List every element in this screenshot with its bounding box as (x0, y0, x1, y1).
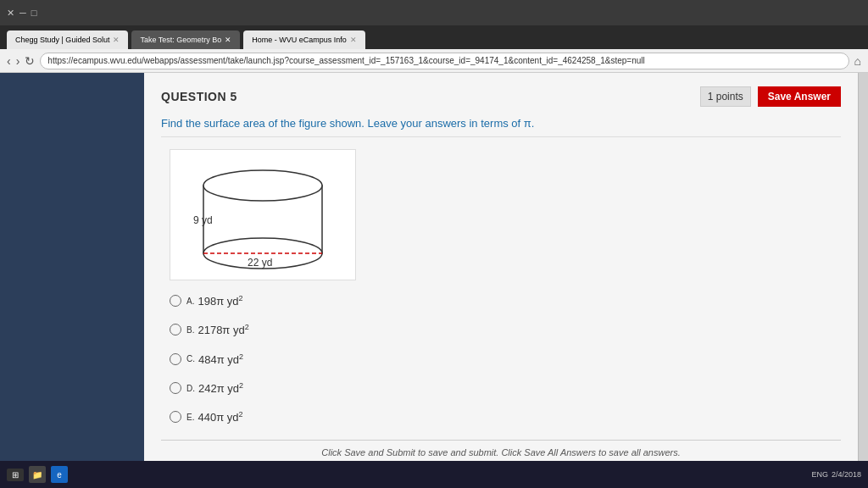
question-header: QUESTION 5 1 points Save Answer (161, 86, 841, 107)
taskbar-left: ⊞ 📁 e (7, 466, 68, 483)
tab-chegg[interactable]: Chegg Study | Guided Solut ✕ (7, 30, 128, 49)
tab-geometry[interactable]: Take Test: Geometry Bo ✕ (131, 30, 240, 49)
minimize-btn[interactable]: ─ (19, 8, 26, 18)
taskbar-time: 2/4/2018 (832, 470, 861, 479)
taskbar: ⊞ 📁 e ENG 2/4/2018 (0, 461, 868, 488)
choice-a-text: 198π yd2 (198, 294, 242, 308)
choice-d: D. 242π yd2 (170, 381, 841, 395)
answer-choices: A. 198π yd2 B. 2178π yd2 C. 484π yd2 D. … (170, 294, 841, 424)
choice-e: E. 440π yd2 (170, 410, 841, 424)
taskbar-lang: ENG (811, 470, 828, 479)
choice-b: B. 2178π yd2 (170, 323, 841, 336)
choice-e-text: 440π yd2 (198, 410, 242, 424)
cylinder-figure: 9 yd 22 yd (178, 156, 348, 274)
left-sidebar (0, 73, 144, 488)
forward-button[interactable]: › (16, 54, 20, 68)
close-icon-2[interactable]: ✕ (225, 36, 231, 44)
figure-container: 9 yd 22 yd (170, 149, 356, 280)
choice-e-letter: E. (186, 413, 194, 422)
svg-text:22 yd: 22 yd (248, 257, 272, 269)
reload-button[interactable]: ↻ (25, 54, 35, 68)
choice-c-letter: C. (186, 354, 195, 363)
save-answer-button[interactable]: Save Answer (758, 86, 841, 107)
browser-controls: ✕ ─ □ (7, 8, 36, 19)
address-bar-row: ‹ › ↻ ⌂ (0, 49, 868, 73)
close-icon[interactable]: ✕ (113, 36, 120, 44)
tab-geometry-label: Take Test: Geometry Bo (140, 36, 221, 44)
address-input[interactable] (40, 53, 849, 69)
taskbar-icon-explorer[interactable]: 📁 (29, 466, 46, 483)
points-save-container: 1 points Save Answer (700, 86, 841, 107)
tab-bar: Chegg Study | Guided Solut ✕ Take Test: … (0, 25, 868, 49)
choice-c: C. 484π yd2 (170, 352, 841, 366)
choice-b-text: 2178π yd2 (198, 323, 248, 336)
home-button[interactable]: ⌂ (854, 54, 861, 68)
tab-home-label: Home - WVU eCampus Info (252, 36, 347, 44)
choice-d-text: 242π yd2 (198, 381, 243, 395)
right-scrollbar[interactable] (858, 73, 868, 488)
question-title: QUESTION 5 (161, 90, 237, 103)
choice-b-letter: B. (186, 325, 194, 335)
back-button[interactable]: ‹ (7, 54, 11, 68)
tab-home[interactable]: Home - WVU eCampus Info ✕ (243, 30, 365, 49)
radio-a[interactable] (170, 295, 181, 307)
tab-chegg-label: Chegg Study | Guided Solut (15, 36, 109, 44)
radio-c[interactable] (170, 353, 181, 365)
question-text: Find the surface area of the figure show… (161, 117, 841, 137)
choice-d-letter: D. (186, 384, 195, 393)
start-button[interactable]: ⊞ (7, 469, 24, 481)
choice-a: A. 198π yd2 (170, 294, 841, 308)
close-btn[interactable]: ✕ (7, 8, 14, 19)
radio-b[interactable] (170, 324, 181, 336)
svg-text:9 yd: 9 yd (193, 214, 213, 226)
footer-instruction: Click Save and Submit to save and submit… (161, 447, 841, 458)
taskbar-icon-browser[interactable]: e (51, 466, 68, 483)
points-label: 1 points (700, 86, 751, 107)
choice-a-letter: A. (186, 297, 194, 306)
browser-chrome: ✕ ─ □ (0, 0, 868, 25)
close-icon-3[interactable]: ✕ (350, 36, 357, 44)
choice-c-text: 484π yd2 (198, 352, 243, 366)
radio-d[interactable] (170, 382, 181, 394)
maximize-btn[interactable]: □ (31, 8, 37, 18)
radio-e[interactable] (170, 411, 181, 423)
svg-point-2 (203, 170, 322, 201)
content-area: QUESTION 5 1 points Save Answer Find the… (0, 73, 868, 488)
taskbar-right: ENG 2/4/2018 (811, 470, 861, 479)
main-content: QUESTION 5 1 points Save Answer Find the… (144, 73, 858, 488)
